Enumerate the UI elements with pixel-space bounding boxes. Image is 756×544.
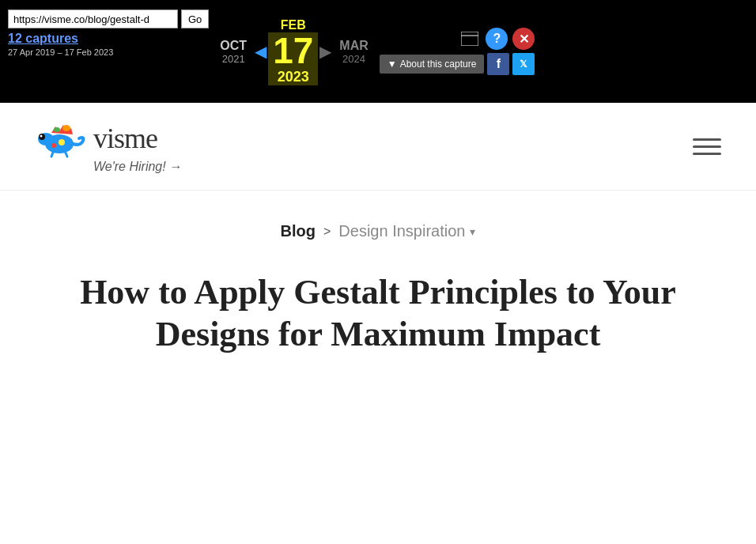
wayback-left-block: Go 12 captures 27 Apr 2019 – 17 Feb 2023 bbox=[8, 6, 209, 57]
svg-point-5 bbox=[40, 135, 43, 138]
calendar-nav: OCT 2021 ◀ FEB 17 2023 ▶ MAR 2024 bbox=[214, 18, 374, 85]
year-number: 2023 bbox=[273, 69, 313, 85]
url-row: Go bbox=[8, 9, 209, 28]
site-nav: visme We're Hiring! → bbox=[0, 103, 756, 191]
svg-rect-0 bbox=[461, 32, 478, 46]
breadcrumb-category[interactable]: Design Inspiration ▾ bbox=[338, 222, 475, 240]
hamburger-line-2 bbox=[693, 145, 721, 148]
logo-text: visme bbox=[93, 122, 157, 155]
hamburger-line-1 bbox=[693, 138, 721, 141]
window-icon bbox=[461, 32, 478, 46]
top-icons: ? ✕ bbox=[459, 28, 535, 50]
go-button[interactable]: Go bbox=[181, 9, 209, 28]
next-arrow[interactable]: ▶ bbox=[318, 42, 333, 61]
article-title: How to Apply Gestalt Principles to Your … bbox=[63, 272, 693, 356]
category-label: Design Inspiration bbox=[338, 222, 465, 240]
day-box: 17 2023 bbox=[268, 32, 318, 85]
url-input[interactable] bbox=[8, 9, 178, 28]
facebook-icon: f bbox=[497, 57, 501, 71]
svg-point-12 bbox=[54, 127, 60, 132]
captures-date: 27 Apr 2019 – 17 Feb 2023 bbox=[8, 47, 209, 57]
svg-point-9 bbox=[59, 139, 65, 145]
site-content: visme We're Hiring! → Blog > Design Insp… bbox=[0, 103, 756, 387]
help-icon: ? bbox=[493, 32, 501, 46]
breadcrumb-blog[interactable]: Blog bbox=[281, 222, 316, 240]
captures-link[interactable]: 12 captures bbox=[8, 32, 209, 46]
hamburger-menu[interactable] bbox=[690, 135, 724, 158]
oct-year: 2021 bbox=[222, 53, 245, 65]
social-icons: ▼ About this capture f 𝕏 bbox=[380, 53, 535, 75]
mar-label: MAR bbox=[339, 39, 368, 53]
visme-logo-icon bbox=[32, 119, 87, 158]
breadcrumb: Blog > Design Inspiration ▾ bbox=[0, 191, 756, 256]
article-title-line2: Designs for Maximum Impact bbox=[156, 315, 601, 353]
facebook-icon-btn[interactable]: f bbox=[487, 53, 509, 75]
oct-label: OCT bbox=[220, 39, 247, 53]
toolbar-right-icons: ? ✕ ▼ About this capture f 𝕏 bbox=[380, 28, 535, 75]
twitter-icon-btn[interactable]: 𝕏 bbox=[512, 53, 535, 75]
close-icon: ✕ bbox=[519, 32, 529, 47]
category-dropdown-arrow-icon: ▾ bbox=[470, 225, 475, 238]
about-capture-label: About this capture bbox=[400, 59, 477, 70]
about-dropdown-arrow: ▼ bbox=[387, 59, 397, 70]
captures-info: 12 captures 27 Apr 2019 – 17 Feb 2023 bbox=[8, 32, 209, 57]
twitter-icon: 𝕏 bbox=[520, 59, 527, 70]
wayback-toolbar: Go 12 captures 27 Apr 2019 – 17 Feb 2023… bbox=[0, 0, 756, 103]
window-icon-btn[interactable] bbox=[459, 28, 481, 50]
article-title-line1: How to Apply Gestalt Principles to Your bbox=[80, 273, 676, 312]
svg-point-10 bbox=[51, 143, 56, 148]
logo-row: visme bbox=[32, 119, 157, 158]
svg-point-11 bbox=[62, 125, 70, 131]
prev-arrow[interactable]: ◀ bbox=[253, 42, 268, 61]
mar-year: 2024 bbox=[342, 53, 365, 65]
article-title-section: How to Apply Gestalt Principles to Your … bbox=[0, 256, 756, 387]
help-icon-btn[interactable]: ? bbox=[486, 28, 508, 50]
logo-area: visme We're Hiring! → bbox=[32, 119, 182, 174]
day-number: 17 bbox=[273, 32, 313, 69]
close-icon-btn[interactable]: ✕ bbox=[512, 28, 535, 50]
about-capture-btn[interactable]: ▼ About this capture bbox=[380, 55, 485, 74]
month-mar: MAR 2024 bbox=[333, 39, 374, 65]
logo-tagline[interactable]: We're Hiring! → bbox=[93, 160, 182, 174]
hamburger-line-3 bbox=[693, 153, 721, 155]
current-date: FEB 17 2023 bbox=[268, 18, 318, 85]
month-oct: OCT 2021 bbox=[214, 39, 253, 65]
breadcrumb-chevron-icon: > bbox=[323, 225, 331, 239]
